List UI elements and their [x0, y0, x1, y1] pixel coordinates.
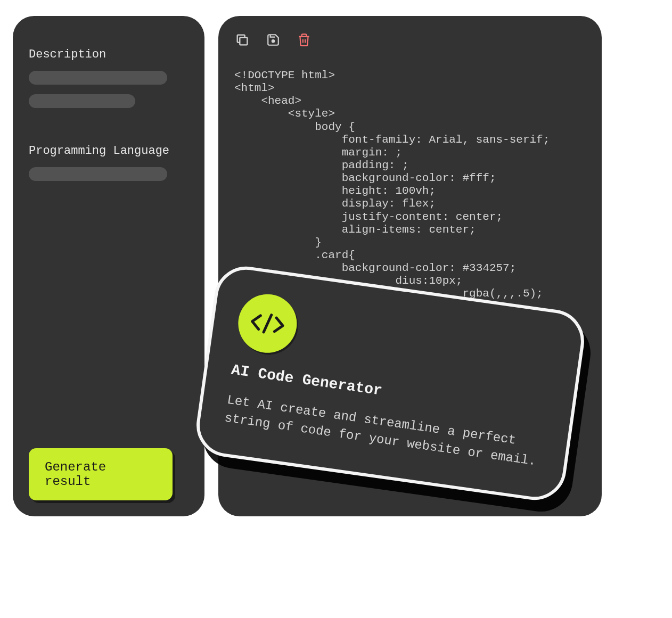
generate-button[interactable]: Generate result [29, 448, 173, 500]
copy-icon[interactable] [234, 32, 250, 48]
svg-point-1 [272, 40, 274, 42]
code-content: <!DOCTYPE html> <html> <head> <style> bo… [234, 69, 586, 301]
language-label: Programming Language [29, 144, 189, 158]
description-input-line-2[interactable] [29, 94, 135, 108]
description-label: Description [29, 48, 189, 61]
svg-line-4 [264, 314, 272, 333]
language-input[interactable] [29, 167, 167, 181]
description-input-line-1[interactable] [29, 71, 167, 85]
delete-icon[interactable] [296, 32, 312, 48]
save-icon[interactable] [265, 32, 281, 48]
sidebar-panel: Description Programming Language Generat… [13, 16, 204, 516]
svg-rect-0 [240, 37, 247, 45]
code-toolbar [234, 32, 586, 48]
code-icon [234, 291, 300, 357]
